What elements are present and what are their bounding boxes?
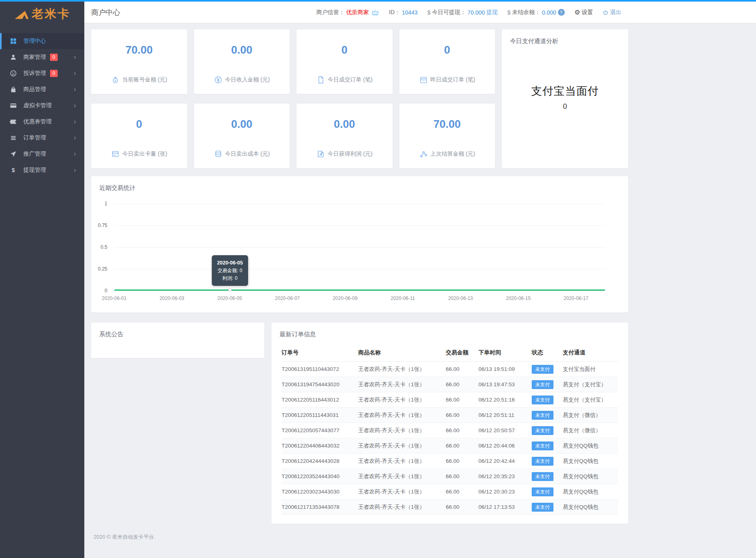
- x-tick-label: 2020-06-05: [217, 296, 242, 301]
- orders-title: 最新订单信息: [271, 323, 628, 338]
- withdrawable-value: 70.000: [468, 9, 485, 16]
- stat-card-value: 0.00: [231, 118, 253, 131]
- cell-channel: 易支付（支付宝）: [563, 381, 618, 388]
- cell-amount: 66.00: [446, 458, 478, 464]
- settings-button[interactable]: ⚙ 设置: [574, 8, 593, 16]
- cell-amount: 66.00: [446, 366, 478, 372]
- chart-x-axis: 2020-06-012020-06-032020-06-052020-06-07…: [114, 296, 605, 303]
- tooltip-date: 2020-06-05: [217, 259, 243, 267]
- cell-amount: 66.00: [446, 397, 478, 403]
- column-header: 交易金额: [446, 349, 478, 356]
- cell-order-id: T200613194754443020: [282, 381, 358, 387]
- announcement-panel: 系统公告: [91, 323, 264, 358]
- main-content: 今日支付通道分析 支付宝当面付 0 70.00 当前账号金额 (元) 0.00 …: [84, 23, 756, 558]
- announcement-title: 系统公告: [91, 323, 264, 338]
- orders-table-body: T200613195110443072 王者农药-齐天-天卡（1张） 66.00…: [282, 362, 618, 515]
- cell-time: 06/12 20:50:57: [478, 427, 532, 433]
- stat-card-label: 今日收入金额 (元): [225, 76, 270, 83]
- card-sold-icon: [111, 150, 120, 158]
- stat-card: 0 昨日成交订单 (笔): [399, 29, 495, 94]
- x-tick-label: 2020-06-11: [391, 296, 415, 301]
- status-badge: 未支付: [532, 487, 553, 496]
- chart-gridline: [114, 225, 605, 226]
- stat-card: 70.00 当前账号金额 (元): [91, 29, 187, 94]
- stat-card-value: 0: [444, 44, 450, 56]
- table-row: T200612203023443030 王者农药-齐天-天卡（1张） 66.00…: [282, 484, 618, 500]
- sidebar-item-frown[interactable]: 投诉管理 0: [0, 65, 84, 81]
- cell-channel: 易支付QQ钱包: [563, 458, 618, 465]
- y-tick-label: 0: [104, 288, 107, 294]
- chevron-right-icon: [73, 152, 77, 156]
- cell-time: 06/13 19:51:09: [478, 366, 532, 372]
- y-tick-label: 0.75: [98, 223, 107, 228]
- logout-label: 退出: [610, 9, 621, 16]
- unsettled-value: 0.000: [542, 9, 556, 16]
- cell-product: 王者农药-齐天-天卡（1张）: [358, 458, 446, 465]
- top-accent-strip: [0, 0, 756, 2]
- column-header: 状态: [532, 349, 563, 356]
- footer-copyright: 2020 © 老米自动发卡平台.: [91, 533, 628, 541]
- stat-card-label: 今日卖出卡量 (张): [122, 150, 167, 158]
- profit-icon: [316, 150, 325, 158]
- cell-amount: 66.00: [446, 489, 478, 495]
- status-badge: 未支付: [532, 441, 553, 450]
- stat-card-label: 今日获得利润 (元): [328, 150, 372, 158]
- sidebar-item-label: 推广管理: [23, 150, 46, 158]
- chevron-right-icon: [73, 120, 77, 124]
- id-label: ID：: [389, 9, 400, 16]
- table-row: T200612203524443040 王者农药-齐天-天卡（1张） 66.00…: [282, 469, 618, 484]
- stat-card: 0 今日成交订单 (笔): [297, 29, 393, 94]
- cell-product: 王者农药-齐天-天卡（1张）: [358, 427, 446, 434]
- help-icon[interactable]: ?: [558, 9, 565, 16]
- sidebar-item-label: 订单管理: [23, 134, 46, 142]
- sidebar-item-list[interactable]: 订单管理: [0, 130, 84, 146]
- sidebar-item-label: 商家管理: [23, 54, 46, 61]
- sidebar-item-ticket[interactable]: 优惠券管理: [0, 114, 84, 130]
- stat-card-value: 0.00: [231, 44, 253, 56]
- orders-table: 订单号商品名称交易金额下单时间状态支付通道 T20061319511044307…: [282, 344, 618, 515]
- unsettled-label: 未结余额：: [512, 9, 541, 16]
- logout-button[interactable]: 退出: [603, 9, 621, 16]
- dollar-icon: $: [427, 9, 430, 16]
- cell-amount: 66.00: [446, 412, 478, 418]
- sidebar-item-user[interactable]: 商家管理 0: [0, 49, 84, 65]
- table-row: T200612204406443032 王者农药-齐天-天卡（1张） 66.00…: [282, 438, 618, 454]
- y-tick-label: 0.5: [100, 244, 107, 250]
- sidebar-item-grid[interactable]: 管理中心: [0, 33, 84, 49]
- stat-card: 0.00 今日卖出成本 (元): [194, 104, 290, 168]
- withdraw-link[interactable]: 提现: [487, 9, 498, 16]
- y-tick-label: 1: [104, 201, 107, 206]
- cell-order-id: T200612205116443012: [282, 397, 358, 403]
- chart-title: 近期交易统计: [91, 176, 628, 192]
- cell-channel: 易支付QQ钱包: [563, 442, 618, 450]
- cell-channel: 易支付QQ钱包: [563, 473, 618, 480]
- cell-order-id: T200612204244443028: [282, 458, 358, 464]
- stat-card-value: 0: [341, 44, 347, 56]
- sidebar-item-bag[interactable]: 商品管理: [0, 81, 84, 98]
- stat-card: 70.00 上次结算金额 (元): [399, 104, 495, 168]
- header-right: 商户信誉： 优质商家 ID： 10443 $ 今日可提现： 70.000 提现 …: [311, 8, 621, 16]
- sidebar-item-card[interactable]: 虚拟卡管理: [0, 98, 84, 114]
- sidebar-item-dollar[interactable]: 提现管理: [0, 162, 84, 178]
- x-tick-label: 2020-06-13: [448, 296, 473, 301]
- cell-time: 06/12 20:42:44: [478, 458, 532, 464]
- orders-table-header: 订单号商品名称交易金额下单时间状态支付通道: [282, 344, 618, 362]
- stat-card-value: 70.00: [125, 44, 153, 56]
- chevron-right-icon: [73, 136, 77, 140]
- withdrawable-group: $ 今日可提现： 70.000 提现: [427, 9, 498, 16]
- order-file-icon: [316, 75, 325, 84]
- chart-gridline: [114, 247, 605, 248]
- gear-icon: ⚙: [574, 8, 580, 16]
- cell-product: 王者农药-齐天-天卡（1张）: [358, 381, 446, 388]
- chevron-right-icon: [73, 71, 77, 76]
- payment-panel-title: 今日支付通道分析: [502, 29, 628, 45]
- cell-time: 06/12 17:13:53: [478, 504, 532, 510]
- cell-product: 王者农药-齐天-天卡（1张）: [358, 412, 446, 419]
- chart-highlight-point[interactable]: [228, 288, 232, 291]
- power-icon: [603, 10, 608, 15]
- cell-amount: 66.00: [446, 504, 478, 510]
- merchant-id: ID： 10443: [389, 9, 418, 16]
- sidebar-item-send[interactable]: 推广管理: [0, 146, 84, 162]
- cell-time: 06/13 19:47:53: [478, 381, 532, 387]
- money-bag-icon: [111, 75, 120, 84]
